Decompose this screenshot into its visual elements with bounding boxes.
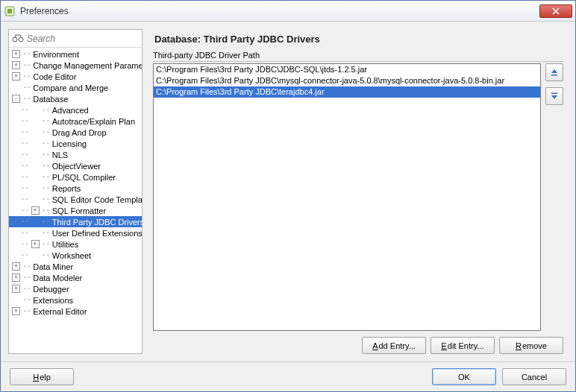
tree-item[interactable]: ····User Defined Extensions — [9, 227, 142, 238]
expand-icon[interactable]: + — [12, 285, 20, 293]
expand-icon[interactable]: + — [12, 262, 20, 271]
remove-button[interactable]: Remove — [499, 337, 563, 354]
search-input[interactable] — [27, 34, 140, 44]
move-up-button[interactable] — [545, 63, 563, 81]
tree-item[interactable]: +··Data Modeler — [9, 272, 142, 283]
preferences-window: Preferences +··Environment+·· — [0, 0, 576, 392]
tree-item[interactable]: ····Drag And Drop — [9, 127, 142, 138]
tree-guide: ·· — [22, 295, 31, 305]
tree-item[interactable]: ··Extensions — [9, 294, 142, 306]
tree-item[interactable]: ····Licensing — [9, 138, 142, 149]
expand-icon[interactable]: + — [12, 274, 20, 282]
list-item[interactable]: C:\Program Files\3rd Party JDBC\JDBC-SQL… — [154, 64, 540, 75]
entry-buttons: Add Entry... Edit Entry... Remove — [153, 331, 563, 354]
tree-guide: ·· — [12, 116, 29, 126]
left-pane: +··Environment+··Change Management Param… — [8, 29, 143, 354]
tree-guide: ·· — [42, 172, 50, 182]
tree-item-label: Database — [33, 95, 68, 104]
tree-item[interactable]: +··Change Management Parameters — [9, 60, 142, 71]
help-button[interactable]: Help — [10, 368, 74, 385]
tree-guide: ·· — [42, 127, 50, 137]
close-button[interactable] — [539, 4, 572, 18]
add-entry-button[interactable]: Add Entry... — [362, 337, 426, 354]
driver-path-list[interactable]: C:\Program Files\3rd Party JDBC\JDBC-SQL… — [153, 63, 541, 331]
tree-guide: ·· — [42, 250, 50, 260]
tree-item[interactable]: ····Reports — [9, 183, 142, 194]
tree-guide: ·· — [12, 195, 29, 204]
tree-item-label: Compare and Merge — [33, 83, 108, 92]
ok-button[interactable]: OK — [432, 368, 496, 385]
tree-item[interactable]: ····Third Party JDBC Drivers — [9, 216, 142, 227]
list-item[interactable]: C:\Program Files\3rd Party JDBC\mysql-co… — [154, 75, 540, 86]
tree-guide: ·· — [22, 262, 31, 271]
app-icon — [4, 5, 16, 17]
search-row — [9, 30, 142, 48]
tree-guide: ·· — [12, 183, 29, 193]
tree-item[interactable]: ··Compare and Merge — [9, 82, 142, 93]
tree-item[interactable]: ····Worksheet — [9, 250, 142, 261]
move-down-button[interactable] — [545, 87, 563, 105]
expand-icon[interactable]: + — [31, 240, 40, 248]
tree-guide: ·· — [12, 172, 29, 182]
page-title: Database: Third Party JDBC Drivers — [153, 29, 563, 51]
expand-icon[interactable]: + — [12, 50, 20, 58]
tree-item[interactable]: ····ObjectViewer — [9, 160, 142, 171]
tree[interactable]: +··Environment+··Change Management Param… — [9, 48, 142, 353]
expand-icon[interactable]: + — [12, 72, 20, 80]
tree-item-label: Utilities — [52, 240, 78, 249]
tree-item-label: SQL Editor Code Templates — [52, 195, 142, 204]
tree-item-label: Advanced — [52, 106, 89, 115]
tree-guide: ·· — [22, 83, 31, 92]
tree-guide: ·· — [42, 217, 50, 227]
tree-guide: ·· — [22, 306, 31, 316]
tree-guide: ·· — [42, 206, 50, 215]
tree-item-label: Licensing — [52, 139, 87, 148]
svg-point-3 — [19, 37, 23, 42]
footer: Help OK Cancel — [1, 361, 575, 391]
tree-guide: ·· — [12, 217, 29, 227]
svg-rect-5 — [551, 93, 557, 95]
tree-item[interactable]: ····Autotrace/Explain Plan — [9, 116, 142, 127]
tree-item[interactable]: +··Data Miner — [9, 261, 142, 272]
tree-item-label: ObjectViewer — [52, 162, 101, 171]
expand-icon[interactable]: + — [12, 307, 20, 315]
tree-guide: ·· — [42, 239, 50, 249]
tree-item[interactable]: +··Debugger — [9, 283, 142, 294]
list-item[interactable]: C:\Program Files\3rd Party JDBC\terajdbc… — [154, 86, 540, 98]
svg-rect-1 — [7, 9, 12, 13]
tree-guide: ·· — [22, 72, 31, 81]
search-icon — [12, 33, 24, 45]
tree-guide: ·· — [42, 150, 50, 159]
tree-item[interactable]: -··Database — [9, 93, 142, 104]
tree-item-label: User Defined Extensions — [52, 229, 142, 238]
tree-item[interactable]: +··Environment — [9, 48, 142, 60]
reorder-buttons — [545, 63, 563, 331]
tree-item[interactable]: ····Advanced — [9, 104, 142, 116]
tree-item-label: Code Editor — [33, 72, 76, 81]
tree-item-label: SQL Formatter — [52, 206, 106, 215]
tree-guide: ·· — [12, 239, 29, 249]
svg-rect-4 — [551, 75, 557, 76]
tree-guide: ·· — [12, 206, 29, 215]
tree-item[interactable]: ····PL/SQL Compiler — [9, 171, 142, 183]
tree-item-label: Reports — [52, 184, 81, 193]
collapse-icon[interactable]: - — [12, 95, 20, 103]
tree-guide: ·· — [12, 105, 29, 115]
tree-guide: ·· — [12, 250, 29, 260]
tree-item[interactable]: +··External Editor — [9, 306, 142, 317]
expand-icon[interactable]: + — [12, 61, 20, 69]
tree-item-label: External Editor — [33, 307, 87, 316]
cancel-button[interactable]: Cancel — [502, 368, 566, 385]
edit-entry-button[interactable]: Edit Entry... — [431, 337, 495, 354]
tree-item[interactable]: ····NLS — [9, 149, 142, 160]
tree-item[interactable]: +··Code Editor — [9, 71, 142, 82]
tree-item[interactable]: ··+··Utilities — [9, 238, 142, 250]
tree-item-label: Third Party JDBC Drivers — [52, 218, 142, 227]
tree-item[interactable]: ····SQL Editor Code Templates — [9, 194, 142, 205]
tree-guide: ·· — [12, 127, 29, 137]
tree-item-label: Data Modeler — [33, 274, 82, 282]
tree-item[interactable]: ··+··SQL Formatter — [9, 205, 142, 216]
tree-guide: ·· — [12, 228, 29, 238]
titlebar: Preferences — [1, 1, 575, 22]
expand-icon[interactable]: + — [31, 206, 40, 215]
